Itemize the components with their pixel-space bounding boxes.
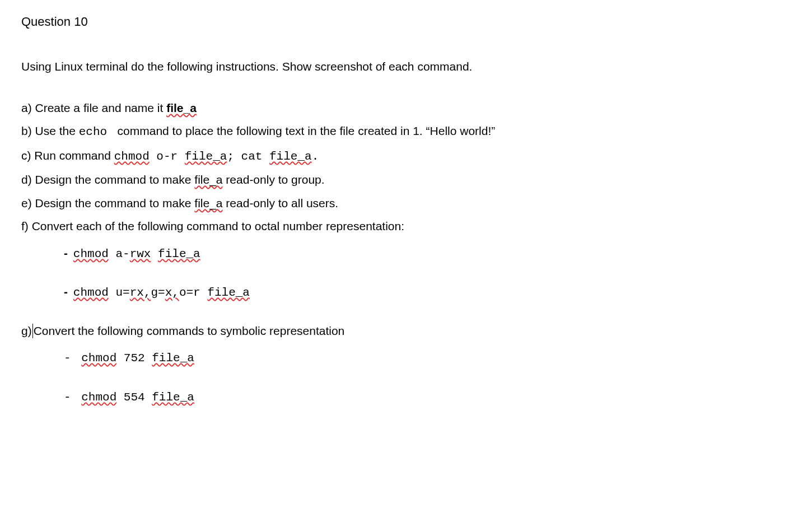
item-e-t2: read-only to all users.: [223, 197, 339, 209]
item-b-t1: b) Use the: [21, 124, 79, 137]
file-a-bold: file_a: [166, 101, 197, 114]
f-row-2: - chmod u=rx,g=x,o=r file_a: [64, 283, 791, 302]
question-heading: Question 10: [21, 12, 791, 31]
f1-chmod: chmod: [73, 248, 109, 260]
item-f: f) Convert each of the following command…: [21, 217, 791, 235]
f2-rx: rx,: [130, 286, 151, 299]
chmod-cmd-1: chmod: [114, 150, 150, 163]
item-c-t1: c) Run command: [21, 149, 114, 162]
item-d-t1: d) Design the command to make: [21, 173, 194, 186]
f2-t2: g=: [151, 286, 165, 299]
f-row-1: - chmod a-rwx file_a: [64, 244, 791, 263]
f2-t3: o=r: [179, 286, 207, 299]
item-g: g)Convert the following commands to symb…: [21, 322, 791, 340]
f-list: - chmod a-rwx file_a - chmod u=rx,g=x,o=…: [64, 244, 791, 302]
file-a-d: file_a: [194, 173, 222, 186]
item-d-t2: read-only to group.: [223, 173, 325, 186]
text-cursor: [32, 324, 33, 338]
file-a-c1: file_a: [185, 150, 227, 163]
g-list: - chmod 752 file_a - chmod 554 file_a: [64, 348, 791, 406]
file-a-c2: file_a: [269, 150, 312, 163]
f2-x: x,: [165, 286, 179, 299]
f2-file: file_a: [207, 286, 250, 299]
f2-t1: u=: [109, 286, 130, 299]
g-row-2: - chmod 554 file_a: [64, 388, 791, 407]
item-c: c) Run command chmod o-r file_a; cat fil…: [21, 147, 791, 166]
item-a: a) Create a file and name it file_a: [21, 99, 791, 117]
g2-chmod: chmod: [81, 391, 116, 404]
item-c-dot: .: [312, 150, 319, 163]
f1-mid: a-: [109, 248, 130, 260]
g2-file: file_a: [152, 391, 194, 404]
item-b-t2: command to place the following text in t…: [114, 124, 496, 137]
bullet-dash: -: [64, 246, 71, 259]
item-e-t1: e) Design the command to make: [21, 197, 194, 209]
bullet-dash: -: [64, 285, 71, 298]
f1-file: file_a: [158, 248, 200, 260]
g-row-1: - chmod 752 file_a: [64, 348, 791, 367]
echo-cmd: echo: [79, 125, 114, 138]
file-a-e: file_a: [194, 197, 222, 209]
f1-sp: [151, 248, 158, 260]
f2-chmod: chmod: [73, 286, 109, 299]
bullet-dash: -: [64, 352, 78, 365]
item-g-text: Convert the following commands to symbol…: [34, 324, 345, 337]
bullet-dash: -: [64, 391, 78, 404]
item-e: e) Design the command to make file_a rea…: [21, 194, 791, 212]
intro-text: Using Linux terminal do the following in…: [21, 58, 791, 76]
g2-mid: 554: [116, 391, 152, 404]
g1-chmod: chmod: [81, 352, 116, 365]
f1-rwx: rwx: [130, 248, 151, 260]
g1-mid: 752: [116, 352, 152, 365]
g1-file: file_a: [152, 352, 194, 365]
item-a-prefix: a) Create a file and name it: [21, 101, 166, 114]
item-b: b) Use the echo command to place the fol…: [21, 122, 791, 141]
item-d: d) Design the command to make file_a rea…: [21, 171, 791, 189]
item-g-label: g): [21, 324, 32, 337]
item-f-t1: f) Convert each of the following command…: [21, 220, 404, 232]
item-c-sp1: o-r: [150, 150, 185, 163]
item-c-sp2: ; cat: [227, 150, 269, 163]
